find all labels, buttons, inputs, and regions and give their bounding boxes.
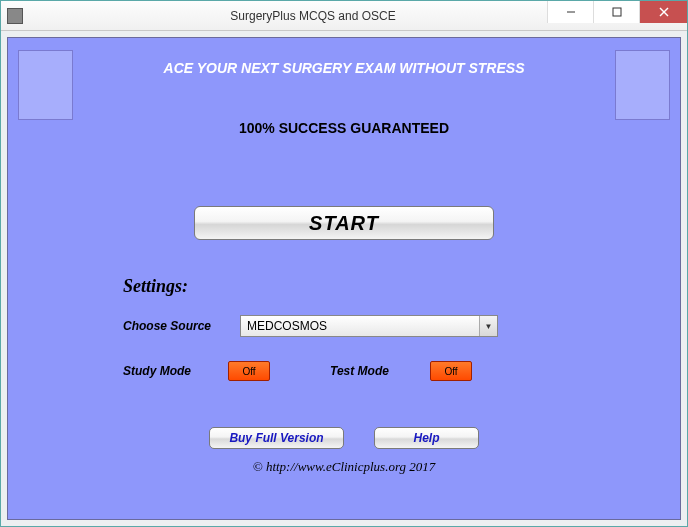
buy-full-version-button[interactable]: Buy Full Version: [209, 427, 344, 449]
footer-text: © http://www.eClinicplus.org 2017: [8, 459, 680, 475]
bottom-actions: Buy Full Version Help: [8, 427, 680, 449]
close-icon: [659, 7, 669, 17]
titlebar[interactable]: SurgeryPlus MCQS and OSCE: [1, 1, 687, 31]
app-icon: [7, 8, 23, 24]
tagline: ACE YOUR NEXT SURGERY EXAM WITHOUT STRES…: [8, 38, 680, 76]
test-mode-toggle[interactable]: Off: [430, 361, 472, 381]
right-decoration: [615, 50, 670, 120]
app-panel: ACE YOUR NEXT SURGERY EXAM WITHOUT STRES…: [7, 37, 681, 520]
source-select[interactable]: MEDCOSMOS ▼: [240, 315, 498, 337]
client-area: ACE YOUR NEXT SURGERY EXAM WITHOUT STRES…: [1, 31, 687, 526]
window-controls: [547, 1, 687, 23]
source-label: Choose Source: [123, 319, 228, 333]
study-mode-toggle[interactable]: Off: [228, 361, 270, 381]
mode-row: Study Mode Off Test Mode Off: [123, 361, 680, 381]
minimize-button[interactable]: [547, 1, 593, 23]
test-mode-label: Test Mode: [330, 364, 430, 378]
minimize-icon: [566, 7, 576, 17]
svg-rect-1: [613, 8, 621, 16]
study-mode-label: Study Mode: [123, 364, 228, 378]
start-button[interactable]: START: [194, 206, 494, 240]
maximize-button[interactable]: [593, 1, 639, 23]
left-decoration: [18, 50, 73, 120]
source-value: MEDCOSMOS: [241, 319, 479, 333]
app-window: SurgeryPlus MCQS and OSCE ACE YOUR NEXT …: [0, 0, 688, 527]
help-button[interactable]: Help: [374, 427, 479, 449]
settings-heading: Settings:: [123, 276, 680, 297]
chevron-down-icon: ▼: [479, 316, 497, 336]
close-button[interactable]: [639, 1, 687, 23]
source-row: Choose Source MEDCOSMOS ▼: [123, 315, 680, 337]
subheading: 100% SUCCESS GUARANTEED: [8, 120, 680, 136]
maximize-icon: [612, 7, 622, 17]
